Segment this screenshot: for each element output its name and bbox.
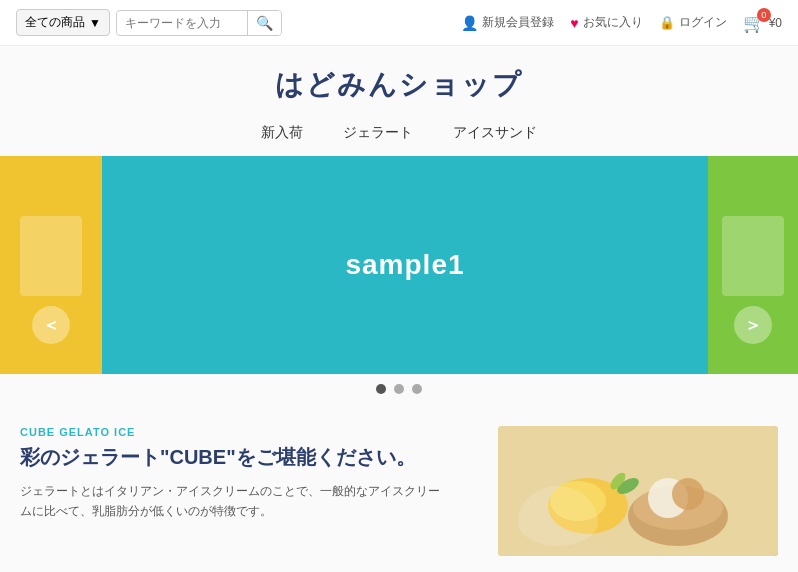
category-label: 全ての商品 bbox=[25, 14, 85, 31]
carousel-side-thumb-right bbox=[722, 216, 784, 296]
content-body-line2: ムに比べて、乳脂肪分が低くいのが特徴です。 bbox=[20, 504, 272, 518]
carousel-dot-2[interactable] bbox=[394, 384, 404, 394]
chevron-down-icon: ▼ bbox=[89, 16, 101, 30]
heart-icon bbox=[570, 15, 578, 31]
carousel-main-slide: sample1 bbox=[102, 156, 708, 374]
new-member-label: 新規会員登録 bbox=[482, 14, 554, 31]
nav-item-new-arrivals[interactable]: 新入荷 bbox=[261, 124, 303, 142]
login-label: ログイン bbox=[679, 14, 727, 31]
cart-icon: 🛒 0 bbox=[743, 12, 765, 34]
site-title: はどみんショップ bbox=[0, 66, 798, 104]
nav-item-gelato[interactable]: ジェラート bbox=[343, 124, 413, 142]
lock-icon bbox=[659, 15, 675, 30]
carousel: ＜ sample1 ＞ bbox=[0, 156, 798, 374]
cart-button[interactable]: 🛒 0 ¥0 bbox=[743, 12, 782, 34]
carousel-left-panel: ＜ bbox=[0, 156, 102, 374]
new-member-link[interactable]: 新規会員登録 bbox=[461, 14, 554, 31]
cart-badge: 0 bbox=[757, 8, 771, 22]
search-button[interactable]: 🔍 bbox=[247, 11, 281, 35]
carousel-right-panel: ＞ bbox=[708, 156, 798, 374]
header: 全ての商品 ▼ 🔍 新規会員登録 お気に入り ログイン 🛒 0 bbox=[0, 0, 798, 46]
favorites-link[interactable]: お気に入り bbox=[570, 14, 642, 31]
carousel-slide-label: sample1 bbox=[345, 249, 464, 281]
cart-price: ¥0 bbox=[769, 16, 782, 30]
carousel-dot-1[interactable] bbox=[376, 384, 386, 394]
search-icon: 🔍 bbox=[256, 15, 273, 31]
nav-item-ice-sand[interactable]: アイスサンド bbox=[453, 124, 537, 142]
login-link[interactable]: ログイン bbox=[659, 14, 727, 31]
category-select[interactable]: 全ての商品 ▼ bbox=[16, 9, 110, 36]
content-tag: CUBE GELATO ICE bbox=[20, 426, 478, 438]
favorites-label: お気に入り bbox=[583, 14, 643, 31]
header-left: 全ての商品 ▼ 🔍 bbox=[16, 9, 282, 36]
svg-point-6 bbox=[672, 478, 704, 510]
main-nav: 新入荷 ジェラート アイスサンド bbox=[0, 118, 798, 156]
carousel-dots bbox=[0, 374, 798, 408]
svg-point-2 bbox=[550, 481, 606, 521]
carousel-prev-button[interactable]: ＜ bbox=[32, 306, 70, 344]
carousel-side-thumb-left bbox=[20, 216, 82, 296]
search-box: 🔍 bbox=[116, 10, 282, 36]
svg-rect-0 bbox=[498, 426, 778, 556]
header-right: 新規会員登録 お気に入り ログイン 🛒 0 ¥0 bbox=[461, 12, 782, 34]
content-image bbox=[498, 426, 778, 556]
carousel-dot-3[interactable] bbox=[412, 384, 422, 394]
carousel-next-button[interactable]: ＞ bbox=[734, 306, 772, 344]
content-image-svg bbox=[498, 426, 778, 556]
search-input[interactable] bbox=[117, 12, 247, 34]
site-title-area: はどみんショップ bbox=[0, 46, 798, 118]
content-body: ジェラートとはイタリアン・アイスクリームのことで、一般的なアイスクリー ムに比べ… bbox=[20, 481, 478, 522]
content-section: CUBE GELATO ICE 彩のジェラート"CUBE"をご堪能ください。 ジ… bbox=[0, 408, 798, 556]
content-heading: 彩のジェラート"CUBE"をご堪能ください。 bbox=[20, 444, 478, 471]
person-icon bbox=[461, 15, 478, 31]
content-text: CUBE GELATO ICE 彩のジェラート"CUBE"をご堪能ください。 ジ… bbox=[20, 426, 478, 556]
content-body-line1: ジェラートとはイタリアン・アイスクリームのことで、一般的なアイスクリー bbox=[20, 484, 440, 498]
